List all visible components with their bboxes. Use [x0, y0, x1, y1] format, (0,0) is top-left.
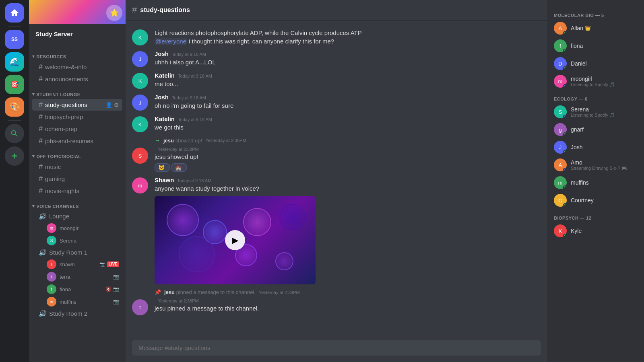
- message-text: jesu showed up!: [155, 152, 541, 161]
- channel-study-questions[interactable]: # study-questions 👤 ⚙: [32, 99, 122, 111]
- server-icon-home[interactable]: [5, 3, 24, 23]
- category-off-topic[interactable]: ▾ OFF TOPIC/SOCIAL: [29, 147, 126, 160]
- channel-welcome[interactable]: # welcome-&-info: [32, 61, 122, 73]
- voice-member-moongirl[interactable]: m moongirl: [32, 222, 122, 234]
- member-item-amo[interactable]: A Amo Streaming Drawing S-x-? 🎮: [551, 156, 641, 174]
- channel-announcements[interactable]: # announcements: [32, 73, 122, 85]
- pin-icon: 📌: [155, 289, 161, 295]
- voice-member-terra[interactable]: t terra 📷: [32, 271, 122, 283]
- chat-input[interactable]: [132, 340, 541, 356]
- camera-icon: 📷: [113, 274, 119, 280]
- member-item-gnarf[interactable]: g gnarf: [551, 121, 641, 138]
- member-item-josh[interactable]: J Josh: [551, 138, 641, 156]
- server-name[interactable]: Study Server: [29, 24, 126, 44]
- voice-member-serena[interactable]: S Serena: [32, 234, 122, 247]
- avatar: f: [554, 39, 567, 52]
- message-author[interactable]: Katelin: [155, 115, 175, 122]
- channel-jobs-resumes[interactable]: # jobs-and-resumes: [32, 135, 122, 147]
- member-item-muffins[interactable]: m muffins: [551, 174, 641, 191]
- category-student-lounge[interactable]: ▾ STUDENT LOUNGE: [29, 85, 126, 99]
- message-content: Shawn Today at 9:18 AM anyone wanna stud…: [155, 177, 541, 284]
- voice-member-icons: 📷: [113, 299, 119, 304]
- message-author[interactable]: Katelin: [155, 72, 175, 79]
- member-name: Amo: [571, 159, 582, 166]
- channel-sidebar: ⭐ Study Server ▾ RESOURCES # welcome-&-i…: [29, 0, 126, 362]
- add-server-button[interactable]: +: [5, 146, 24, 166]
- status-online: [563, 31, 567, 35]
- member-status: Streaming Drawing S-x-? 🎮: [571, 166, 638, 171]
- avatar: m: [554, 176, 567, 189]
- member-info: muffins: [571, 179, 638, 186]
- avatar: C: [554, 194, 567, 207]
- add-member-icon[interactable]: 👤: [105, 102, 112, 108]
- message-group: J Josh Today at 9:18 AM uhhh i also got …: [126, 49, 547, 69]
- voice-lounge[interactable]: 🔊 Lounge: [32, 211, 122, 222]
- discover-server-button[interactable]: [5, 124, 24, 143]
- volume-icon: 🔊: [39, 249, 47, 256]
- avatar: t: [47, 272, 56, 282]
- message-content: Josh Today at 9:18 AM uhhh i also got A.…: [155, 50, 541, 67]
- chat-header: # study-questions: [126, 0, 547, 21]
- hash-icon: #: [39, 162, 43, 171]
- voice-study-room-1[interactable]: 🔊 Study Room 1: [32, 247, 122, 258]
- voice-study-room-2[interactable]: 🔊 Study Room 2: [32, 308, 122, 319]
- reaction-castle[interactable]: 🏰: [171, 163, 187, 172]
- server-icon-3[interactable]: 🎯: [5, 75, 24, 94]
- members-category-ecology: ECOLOGY — 6: [551, 90, 641, 103]
- member-name: Daniel: [571, 60, 587, 67]
- channel-music[interactable]: # music: [32, 161, 122, 173]
- members-category-biopsych: BIOPSYCH — 12: [551, 209, 641, 222]
- camera-icon: 📷: [113, 286, 119, 292]
- hash-icon: #: [39, 75, 43, 83]
- server-icon-1[interactable]: SS: [5, 30, 24, 49]
- channel-list: ▾ RESOURCES # welcome-&-info # announcem…: [29, 44, 126, 362]
- member-item-daniel[interactable]: D Daniel: [551, 55, 641, 72]
- voice-member-muffins[interactable]: m muffins 📷: [32, 296, 122, 308]
- channel-gaming[interactable]: # gaming: [32, 173, 122, 185]
- member-item-allan[interactable]: A Allan 👑: [551, 19, 641, 37]
- member-item-fiona[interactable]: f fiona: [551, 37, 641, 55]
- category-voice[interactable]: ▾ VOICE CHANNELS: [29, 197, 126, 210]
- member-name: Josh: [571, 144, 583, 150]
- status-online: [563, 185, 567, 189]
- message-author[interactable]: Josh: [155, 94, 169, 101]
- message-author[interactable]: Shawn: [155, 177, 174, 183]
- server-icon-4[interactable]: 🎨: [5, 97, 24, 117]
- server-icon-2[interactable]: 🌊: [5, 52, 24, 72]
- message-text: we got this: [155, 123, 541, 132]
- member-item-serena[interactable]: S Serena Listening to Spotify 🎵: [551, 103, 641, 121]
- message-group: m Shawn Today at 9:18 AM anyone wanna st…: [126, 175, 547, 286]
- message-author[interactable]: Josh: [155, 50, 169, 57]
- message-time: Today at 9:18 AM: [172, 95, 206, 100]
- play-button[interactable]: ▶: [225, 230, 245, 250]
- message-header: Josh Today at 9:18 AM: [155, 94, 541, 101]
- channel-ochem-prep[interactable]: # ochem-prep: [32, 123, 122, 135]
- mention: @everyone: [155, 38, 187, 45]
- status-streaming: [563, 168, 567, 171]
- message-group: J Josh Today at 9:18 AM oh no i'm going …: [126, 92, 547, 112]
- category-resources[interactable]: ▾ RESOURCES: [29, 47, 126, 61]
- message-time: Today at 9:18 AM: [172, 52, 206, 57]
- hash-icon: #: [39, 63, 43, 71]
- members-sidebar: MOLECULAR BIO — 5 A Allan 👑 f fiona D: [547, 0, 644, 362]
- voice-member-fiona[interactable]: f fiona 🔇 📷: [32, 283, 122, 295]
- message-text: oh no i'm going to fail for sure: [155, 101, 541, 110]
- member-name: muffins: [571, 179, 589, 186]
- voice-member-shawn[interactable]: s shawn 📷 LIVE: [32, 258, 122, 270]
- member-item-moongirl[interactable]: m moongirl Listening to Spotify 🎵: [551, 72, 641, 90]
- member-item-kyle[interactable]: K Kyle: [551, 222, 641, 240]
- channel-action-icons: 👤 ⚙: [105, 102, 119, 108]
- avatar: m: [132, 177, 148, 193]
- settings-icon[interactable]: ⚙: [114, 102, 119, 108]
- channel-biopsych-prep[interactable]: # biopsych-prep: [32, 111, 122, 123]
- reaction-cat[interactable]: 🐱: [155, 163, 170, 172]
- status-online: [563, 132, 567, 136]
- arrow-icon: →: [155, 137, 160, 144]
- channel-movie-nights[interactable]: # movie-nights: [32, 185, 122, 197]
- server-divider-2: [8, 120, 21, 121]
- video-embed[interactable]: ▶: [155, 196, 316, 284]
- avatar: S: [554, 105, 567, 118]
- member-item-courtney[interactable]: C Courtney: [551, 191, 641, 209]
- message-content: Josh Today at 9:18 AM oh no i'm going to…: [155, 94, 541, 111]
- member-info: fiona: [571, 43, 638, 49]
